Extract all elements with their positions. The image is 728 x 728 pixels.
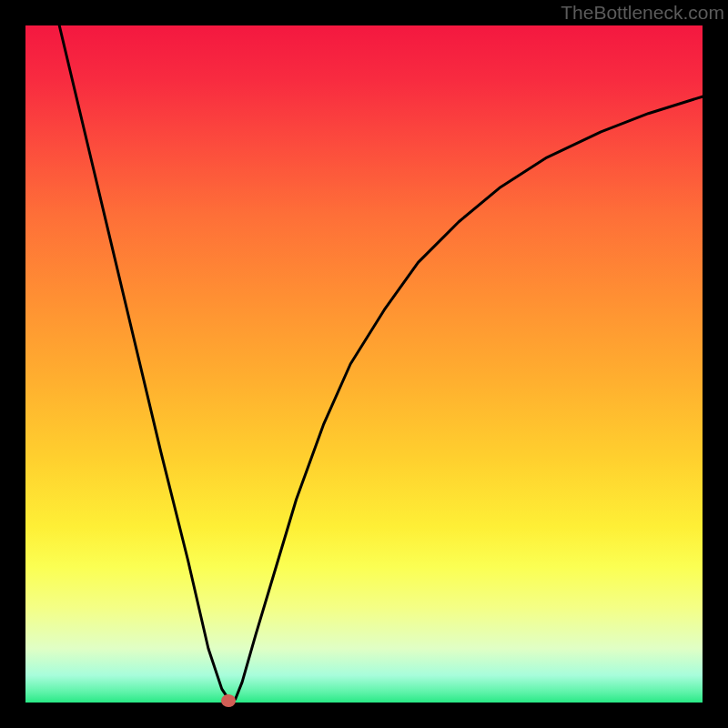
watermark-text: TheBottleneck.com <box>561 2 724 24</box>
chart-plot-area <box>25 25 703 703</box>
gradient-background <box>25 25 703 703</box>
minimum-marker-dot <box>221 694 236 707</box>
